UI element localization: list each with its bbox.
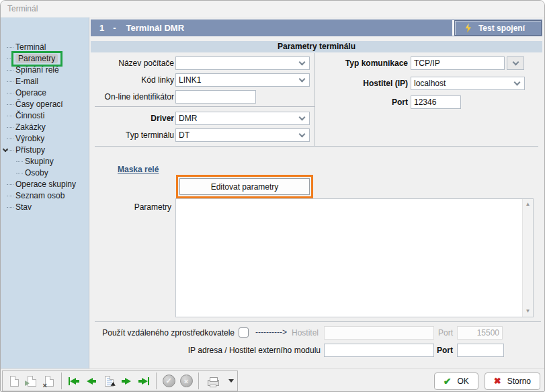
- separator-line: [315, 53, 315, 146]
- footer-bar: × ✓ × ✔ OK ✖ Storno: [1, 368, 544, 392]
- parameters-label: Parametry: [89, 200, 171, 214]
- print-icon[interactable]: [203, 373, 223, 389]
- chevron-down-icon[interactable]: [514, 79, 521, 86]
- record-header-bar: 1 - Terminál DMR Test spojení: [91, 19, 542, 36]
- line-code-label: Kód linky: [89, 73, 174, 87]
- parameters-textarea[interactable]: [176, 199, 521, 317]
- sidebar-item-casy-operaci[interactable]: Časy operací: [1, 99, 89, 110]
- toolbar-separator: [198, 373, 199, 389]
- chevron-down-icon[interactable]: [299, 131, 306, 138]
- sidebar-item-operace[interactable]: Operace: [1, 87, 89, 99]
- computer-name-combo[interactable]: [175, 56, 310, 70]
- record-toolbar: × ✓ ×: [2, 370, 238, 391]
- caret-down-glyph: [228, 379, 234, 383]
- next-record-icon[interactable]: [118, 373, 134, 389]
- sidebar-item-label: Skupiny: [25, 157, 54, 166]
- sidebar-item-zakazky[interactable]: Zakázky: [1, 122, 89, 133]
- apply-icon[interactable]: ✓: [161, 373, 177, 389]
- window-content: Terminál Parametry Spínání relé E-mail O…: [1, 17, 544, 368]
- nav-glyph: [138, 377, 149, 385]
- main-panel: 1 - Terminál DMR Test spojení Parametry …: [89, 17, 544, 368]
- chevron-down-icon[interactable]: [299, 76, 306, 83]
- driver-input[interactable]: [176, 114, 300, 123]
- separator-line: [95, 106, 315, 107]
- sidebar-item-vyrobky[interactable]: Výrobky: [1, 133, 89, 145]
- external-module-port-label: Port: [433, 344, 453, 357]
- sidebar-item-e-mail[interactable]: E-mail: [1, 76, 89, 87]
- terminal-type-combo[interactable]: [175, 128, 310, 142]
- storno-label: Storno: [507, 377, 531, 386]
- sidebar-item-seznam-osob[interactable]: Seznam osob: [1, 190, 89, 202]
- external-module-port-input[interactable]: [457, 344, 504, 357]
- line-code-combo[interactable]: [175, 73, 310, 87]
- sidebar-item-skupiny[interactable]: Skupiny: [1, 156, 89, 167]
- use-remote-mediator-label: Použít vzdáleného zprostředkovatele: [89, 326, 235, 340]
- first-record-icon[interactable]: [66, 373, 82, 389]
- remote-port-input: [457, 326, 503, 340]
- chevron-down-icon[interactable]: [299, 59, 306, 66]
- communication-type-dropdown-button[interactable]: [507, 56, 524, 70]
- terminal-type-label: Typ terminálu: [89, 128, 174, 142]
- cancel-icon[interactable]: ×: [178, 373, 194, 389]
- previous-record-icon[interactable]: [83, 373, 99, 389]
- use-remote-mediator-checkbox[interactable]: [239, 327, 249, 338]
- print-dropdown-icon[interactable]: [224, 373, 234, 389]
- duplicate-record-icon[interactable]: [24, 373, 40, 389]
- sidebar-tree: Terminál Parametry Spínání relé E-mail O…: [1, 17, 89, 368]
- sidebar-item-osoby[interactable]: Osoby: [1, 167, 89, 179]
- edit-parameters-button[interactable]: Editovat parametry: [179, 178, 310, 195]
- computer-name-label: Název počítače: [89, 56, 174, 70]
- sidebar-item-terminal[interactable]: Terminál: [1, 42, 89, 53]
- sidebar-item-parametry[interactable]: Parametry: [1, 53, 89, 65]
- ok-label: OK: [457, 377, 468, 386]
- sidebar-item-label: Stav: [15, 202, 32, 212]
- vertical-scrollbar[interactable]: ▲ ▼: [522, 199, 533, 317]
- new-record-icon[interactable]: [6, 373, 22, 389]
- online-identifier-label: On-line identifikátor: [89, 90, 174, 104]
- driver-combo[interactable]: [175, 112, 310, 125]
- line-code-input[interactable]: [176, 75, 300, 85]
- sidebar-item-label: Terminál: [15, 42, 46, 52]
- green-arrow-overlay: [25, 381, 30, 386]
- host-ip-input[interactable]: [411, 79, 515, 88]
- browse-records-icon[interactable]: [101, 373, 117, 389]
- sidebar-item-label: Přístupy: [15, 145, 45, 155]
- delete-record-icon[interactable]: ×: [41, 373, 57, 389]
- host-ip-combo[interactable]: [411, 77, 525, 90]
- sidebar-item-label: Seznam osob: [15, 191, 65, 200]
- sidebar-item-label: Operace skupiny: [15, 180, 76, 189]
- computer-name-input[interactable]: [176, 58, 300, 68]
- scroll-up-icon[interactable]: ▲: [526, 199, 531, 210]
- sidebar-item-stav[interactable]: Stav: [1, 202, 89, 213]
- chevron-down-icon[interactable]: [3, 147, 8, 152]
- sidebar-item-label: E-mail: [15, 77, 38, 86]
- sidebar-item-label: Činnosti: [15, 111, 44, 120]
- external-module-host-input[interactable]: [324, 344, 434, 357]
- terminal-window: Terminál Terminál Parametry Spínání relé…: [0, 0, 545, 392]
- remote-host-label: Hostitel: [283, 326, 319, 340]
- test-connection-button[interactable]: Test spojení: [454, 20, 542, 36]
- sidebar-item-label: Parametry: [15, 54, 58, 63]
- last-record-icon[interactable]: [136, 373, 152, 389]
- port-input[interactable]: [411, 95, 461, 109]
- section-title-bar: Parametry terminálu: [91, 41, 542, 52]
- check-circle-glyph: ✓: [163, 375, 175, 387]
- sidebar-item-cinnosti[interactable]: Činnosti: [1, 110, 89, 122]
- online-identifier-input[interactable]: [175, 90, 256, 104]
- sidebar-item-operace-skupiny[interactable]: Operace skupiny: [1, 179, 89, 190]
- storno-button[interactable]: ✖ Storno: [485, 373, 540, 390]
- parameters-textarea-box: ▲ ▼: [175, 198, 534, 317]
- window-titlebar: Terminál: [1, 1, 544, 17]
- communication-type-input[interactable]: [411, 56, 505, 70]
- scroll-down-icon[interactable]: ▼: [526, 306, 531, 317]
- window-title: Terminál: [7, 4, 38, 13]
- dashed-arrow: ---------->: [255, 327, 287, 337]
- sidebar-item-pristupy[interactable]: Přístupy: [1, 145, 89, 156]
- terminal-type-input[interactable]: [176, 130, 300, 140]
- chevron-down-icon[interactable]: [299, 114, 306, 121]
- ok-button[interactable]: ✔ OK: [434, 373, 478, 390]
- dialog-buttons: ✔ OK ✖ Storno: [434, 373, 540, 390]
- relay-mask-link[interactable]: Maska relé: [118, 165, 159, 174]
- nav-glyph: [87, 378, 96, 385]
- sidebar-item-spinani-rele[interactable]: Spínání relé: [1, 65, 89, 76]
